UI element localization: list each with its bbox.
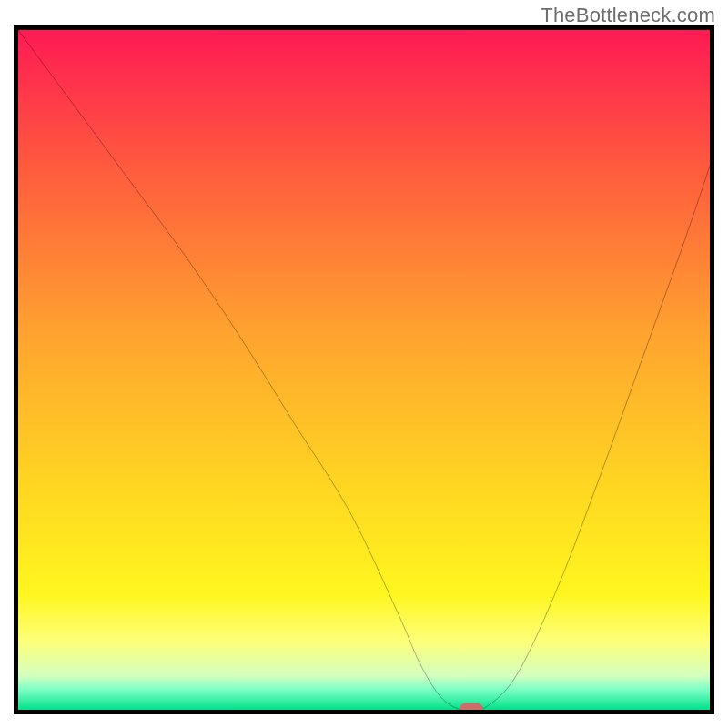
optimal-marker: [460, 703, 483, 715]
watermark-text: TheBottleneck.com: [541, 4, 715, 27]
bottleneck-curve: [18, 30, 710, 710]
chart-container: TheBottleneck.com: [0, 0, 728, 728]
plot-area: [14, 25, 714, 714]
